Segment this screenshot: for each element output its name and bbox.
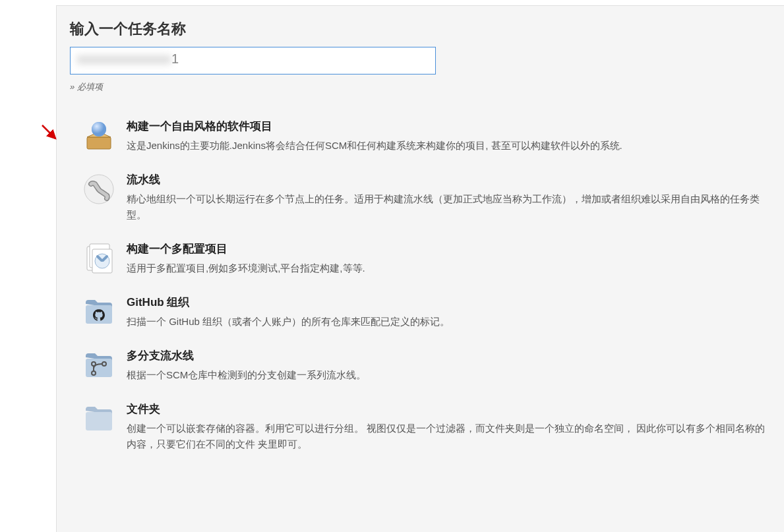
option-title: 构建一个自由风格的软件项目 (127, 119, 771, 134)
item-type-list: 构建一个自由风格的软件项目 这是Jenkins的主要功能.Jenkins将会结合… (70, 93, 771, 461)
svg-rect-12 (86, 359, 112, 377)
option-desc: 精心地组织一个可以长期运行在多个节点上的任务。适用于构建流水线（更加正式地应当称… (127, 191, 771, 223)
svg-rect-16 (86, 412, 112, 430)
option-title: 文件夹 (127, 401, 771, 417)
option-desc: 根据一个SCM仓库中检测到的分支创建一系列流水线。 (127, 367, 771, 383)
svg-rect-1 (87, 137, 111, 149)
item-name-input-wrapper: xxxxxxxxxxxxx1 (70, 47, 771, 74)
option-github-org[interactable]: GitHub 组织 扫描一个 GitHub 组织（或者个人账户）的所有仓库来匹配… (70, 285, 771, 339)
pipeline-icon (83, 173, 115, 205)
item-name-input[interactable]: xxxxxxxxxxxxx1 (70, 47, 436, 74)
svg-line-0 (42, 125, 55, 138)
option-desc: 这是Jenkins的主要功能.Jenkins将会结合任何SCM和任何构建系统来构… (127, 138, 771, 154)
svg-point-3 (92, 122, 106, 136)
option-multibranch-pipeline[interactable]: 多分支流水线 根据一个SCM仓库中检测到的分支创建一系列流水线。 (70, 339, 771, 392)
annotation-arrow-icon (41, 124, 61, 144)
option-title: 流水线 (127, 172, 771, 187)
required-note: » 必填项 (70, 81, 771, 93)
freestyle-icon (83, 120, 115, 152)
option-multiconfig-project[interactable]: 构建一个多配置项目 适用于多配置项目,例如多环境测试,平台指定构建,等等. (70, 232, 771, 285)
new-item-panel: 输入一个任务名称 xxxxxxxxxxxxx1 » 必填项 构建一个自由风格的软… (56, 5, 784, 532)
option-title: 构建一个多配置项目 (127, 241, 771, 256)
option-folder[interactable]: 文件夹 创建一个可以嵌套存储的容器。利用它可以进行分组。 视图仅仅是一个过滤器，… (70, 392, 771, 461)
option-title: GitHub 组织 (127, 295, 771, 310)
option-freestyle-project[interactable]: 构建一个自由风格的软件项目 这是Jenkins的主要功能.Jenkins将会结合… (70, 109, 771, 163)
svg-rect-11 (86, 305, 112, 324)
option-desc: 适用于多配置项目,例如多环境测试,平台指定构建,等等. (127, 260, 771, 276)
multibranch-icon (83, 349, 115, 381)
option-pipeline[interactable]: 流水线 精心地组织一个可以长期运行在多个节点上的任务。适用于构建流水线（更加正式… (70, 163, 771, 232)
folder-icon (83, 403, 115, 434)
page-title: 输入一个任务名称 (70, 19, 771, 39)
option-desc: 扫描一个 GitHub 组织（或者个人账户）的所有仓库来匹配已定义的标记。 (127, 314, 771, 330)
option-title: 多分支流水线 (127, 348, 771, 363)
blurred-input-portion: xxxxxxxxxxxxx (77, 51, 171, 67)
option-desc: 创建一个可以嵌套存储的容器。利用它可以进行分组。 视图仅仅是一个过滤器，而文件夹… (127, 421, 771, 452)
multiconfig-icon (83, 243, 115, 274)
github-org-icon (83, 296, 115, 328)
visible-input-suffix: 1 (171, 51, 179, 66)
